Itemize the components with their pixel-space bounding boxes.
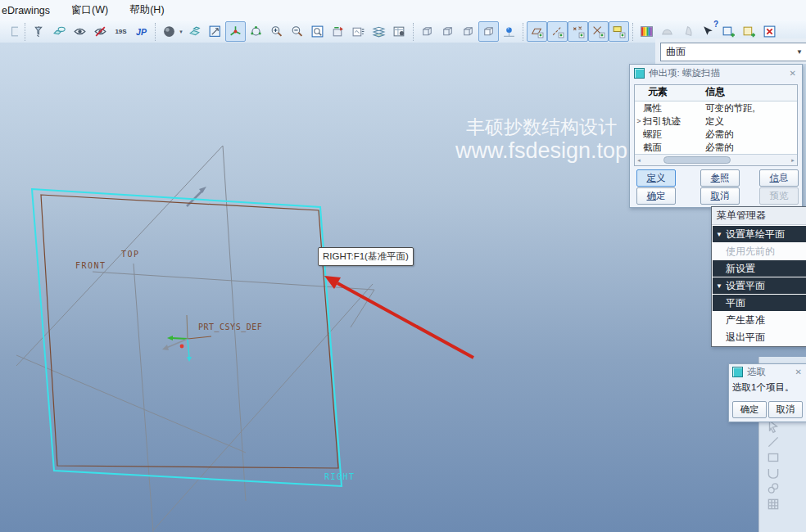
surface-combo-value: 曲面: [666, 45, 796, 59]
section-arrow-icon: ▼: [716, 231, 722, 238]
preview-button[interactable]: 预览: [759, 187, 799, 205]
menu-item-make-datum[interactable]: 产生基准: [713, 312, 806, 328]
toolbar-separator: [632, 23, 633, 41]
sketch-orient-icon[interactable]: [205, 21, 225, 42]
axes-triad-icon[interactable]: [225, 21, 246, 42]
scroll-left-icon[interactable]: ◄: [635, 158, 643, 163]
menu-item-use-previous[interactable]: 使用先前的: [713, 243, 806, 259]
zoom-out-icon[interactable]: [287, 21, 307, 42]
menu-manager-title: 菜单管理器: [712, 207, 806, 225]
table-row[interactable]: > 扫引轨迹 定义: [635, 115, 797, 128]
label-front-plane: FRONT: [75, 261, 106, 270]
spin-view-icon[interactable]: [246, 21, 266, 42]
info-button[interactable]: 信息: [759, 169, 799, 187]
menu-item-edrawings[interactable]: eDrawings: [2, 5, 50, 16]
protrusion-dialog: 伸出项: 螺旋扫描 ✕ 元素 信息 属性 可变的节距, > 扫引轨迹 定义 螺距…: [629, 64, 803, 208]
shaded-sphere-icon[interactable]: [159, 21, 179, 42]
circle-tool-icon[interactable]: [766, 481, 781, 496]
zoom-in-icon[interactable]: [266, 21, 287, 42]
sketch-plane-outline[interactable]: [41, 195, 338, 468]
named-views-icon[interactable]: [348, 21, 369, 42]
repaint-icon[interactable]: [184, 21, 205, 42]
toolbar-separator: [523, 23, 523, 41]
menu-item-help[interactable]: 帮助(H): [129, 3, 164, 17]
view-manager-icon[interactable]: [389, 21, 410, 42]
scrollbar-thumb[interactable]: [663, 156, 731, 164]
menu-bar: eDrawings 窗口(W) 帮助(H): [0, 0, 806, 20]
protrusion-dialog-titlebar: 伸出项: 螺旋扫描 ✕: [630, 65, 802, 81]
expand-arrow-icon[interactable]: >: [635, 117, 643, 125]
hidden-line-icon[interactable]: [437, 21, 458, 42]
select-ok-button[interactable]: 确定: [732, 401, 767, 418]
table-row[interactable]: 截面 必需的: [635, 141, 797, 154]
point-display-icon[interactable]: [568, 21, 588, 42]
ok-button[interactable]: 确定: [636, 187, 676, 205]
define-button[interactable]: 定义: [636, 169, 676, 187]
section-setup-sketch-plane[interactable]: ▼ 设置草绘平面: [713, 226, 806, 242]
protrusion-dialog-title: 伸出项: 螺旋扫描: [649, 67, 720, 79]
element-table-header: 元素 信息: [635, 85, 797, 101]
plane-display-icon[interactable]: [527, 21, 547, 42]
i9s-icon[interactable]: 19S: [111, 21, 131, 42]
section-setup-plane[interactable]: ▼ 设置平面: [713, 277, 806, 294]
menu-item-plane[interactable]: 平面: [713, 295, 806, 311]
chevron-down-icon[interactable]: ▼: [796, 48, 806, 56]
arc-tool-icon[interactable]: [766, 466, 781, 480]
axis-display-icon[interactable]: [547, 21, 568, 42]
menu-manager: 菜单管理器 ▼ 设置草绘平面 使用先前的 新设置 ▼ 设置平面 平面 产生基准 …: [711, 206, 806, 347]
dashboard-panel: 曲面 ▼: [655, 38, 806, 64]
zoom-window-icon[interactable]: [307, 21, 328, 42]
line-tool-icon[interactable]: [766, 435, 781, 449]
refs-button[interactable]: 参照: [700, 169, 740, 187]
appearance-gallery-icon[interactable]: [636, 21, 657, 42]
menu-item-window[interactable]: 窗口(W): [71, 3, 108, 17]
table-row[interactable]: 属性 可变的节距,: [635, 101, 797, 115]
right-plane-highlight[interactable]: [32, 189, 342, 486]
menu-item-new-setup[interactable]: 新设置: [713, 260, 806, 277]
section-arrow-icon: ▼: [716, 282, 722, 290]
close-icon[interactable]: ✕: [788, 69, 798, 78]
select-dialog-titlebar: 选取 ✕: [729, 364, 806, 380]
no-hidden-icon[interactable]: [458, 21, 478, 42]
select-dialog-title: 选取: [747, 366, 766, 378]
reorient-view-icon[interactable]: [328, 21, 348, 42]
feature-cube-icon: [634, 68, 645, 79]
element-table: 元素 信息 属性 可变的节距, > 扫引轨迹 定义 螺距 必需的 截面 必需的 …: [634, 84, 798, 166]
select-message: 选取1个项目。: [729, 380, 806, 395]
label-right-plane: RIGHT: [324, 472, 355, 481]
csys-display-icon[interactable]: [588, 21, 609, 42]
label-csys: PRT_CSYS_DEF: [198, 322, 262, 332]
wireframe-icon[interactable]: [417, 21, 437, 42]
close-icon[interactable]: ✕: [794, 367, 804, 376]
shaded-display-icon[interactable]: [478, 21, 499, 42]
cancel-button[interactable]: 取消: [700, 187, 740, 205]
hide-datums-icon[interactable]: [90, 21, 111, 42]
menu-item-quit-plane[interactable]: 退出平面: [713, 329, 806, 345]
select-cancel-button[interactable]: 取消: [768, 401, 803, 418]
column-element: 元素: [635, 85, 705, 101]
select-dialog: 选取 ✕ 选取1个项目。 确定 取消: [728, 363, 806, 422]
clipped-icon[interactable]: [1, 21, 21, 42]
annotation-display-icon[interactable]: [609, 21, 629, 42]
surface-type-combobox[interactable]: 曲面 ▼: [660, 43, 806, 61]
app-window: { "glyphs": { "close": "✕", "caret_down"…: [0, 0, 806, 532]
spin-center-icon[interactable]: [499, 21, 519, 42]
jp-icon[interactable]: JP: [131, 21, 152, 42]
scroll-right-icon[interactable]: ►: [789, 158, 797, 163]
label-top-plane: TOP: [121, 250, 140, 259]
grid-tool-icon[interactable]: [766, 497, 781, 512]
select-cube-icon: [732, 367, 743, 377]
rectangle-tool-icon[interactable]: [766, 450, 781, 465]
toolbar-separator: [413, 23, 414, 41]
red-annotation-arrow: [324, 276, 473, 358]
layers-icon[interactable]: [369, 21, 389, 42]
toolbar-separator: [25, 23, 25, 41]
selection-filter-icon[interactable]: [29, 21, 49, 42]
plane-tooltip: RIGHT:F1(基准平面): [318, 247, 414, 266]
show-datums-icon[interactable]: [70, 21, 90, 42]
copy-geometry-icon[interactable]: [49, 21, 70, 42]
table-row[interactable]: 螺距 必需的: [635, 128, 797, 141]
horizontal-scrollbar[interactable]: ◄ ►: [635, 154, 797, 165]
csys-origin-point: [180, 345, 184, 349]
toolbar-separator: [155, 23, 156, 41]
